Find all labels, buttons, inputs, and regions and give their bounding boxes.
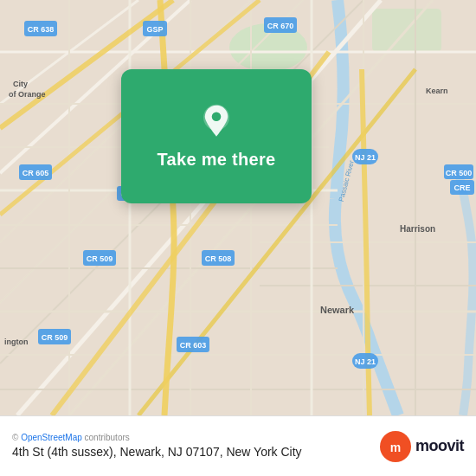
bottom-bar: © OpenStreetMap © OpenStreetMap contribu… — [0, 415, 476, 476]
map-container: CR 638 GSP CR 670 CR 605 GSP NJ 21 CR 50… — [0, 0, 476, 415]
svg-text:NJ 21: NJ 21 — [355, 153, 376, 162]
svg-text:Kearn: Kearn — [426, 87, 448, 95]
moovit-brand-text: moovit — [415, 437, 464, 455]
osm-contributors-label: contributors — [85, 433, 130, 442]
svg-text:City: City — [13, 80, 28, 88]
osm-link[interactable]: OpenStreetMap — [21, 433, 82, 442]
take-me-there-button[interactable]: Take me there — [158, 150, 276, 170]
moovit-logo: m moovit — [380, 431, 464, 462]
svg-text:CR 603: CR 603 — [180, 341, 207, 350]
svg-text:CR 509: CR 509 — [87, 254, 113, 263]
svg-text:of Orange: of Orange — [9, 90, 46, 99]
svg-text:CR 638: CR 638 — [28, 25, 55, 34]
location-pin-icon — [197, 103, 235, 141]
take-me-there-card[interactable]: Take me there — [121, 69, 312, 203]
svg-point-68 — [212, 113, 222, 122]
svg-text:GSP: GSP — [146, 25, 163, 34]
svg-text:CR 605: CR 605 — [23, 169, 49, 177]
svg-text:Newark: Newark — [320, 305, 355, 315]
moovit-icon: m — [380, 431, 411, 462]
map-svg: CR 638 GSP CR 670 CR 605 GSP NJ 21 CR 50… — [0, 0, 476, 415]
address-text: 4th St (4th sussex), Newark, NJ 07107, N… — [12, 444, 380, 460]
svg-text:CRE: CRE — [453, 183, 470, 192]
svg-text:CR 500: CR 500 — [446, 169, 473, 177]
svg-text:m: m — [390, 441, 401, 454]
osm-copyright: © — [12, 433, 18, 442]
svg-text:CR 508: CR 508 — [205, 254, 232, 263]
address-section: © OpenStreetMap © OpenStreetMap contribu… — [12, 433, 380, 460]
svg-text:ington: ington — [4, 338, 29, 346]
svg-text:NJ 21: NJ 21 — [355, 357, 376, 366]
svg-text:Harrison: Harrison — [400, 224, 435, 234]
osm-attribution: © OpenStreetMap © OpenStreetMap contribu… — [12, 433, 380, 442]
svg-text:CR 509: CR 509 — [42, 333, 68, 342]
svg-text:CR 670: CR 670 — [267, 22, 294, 30]
